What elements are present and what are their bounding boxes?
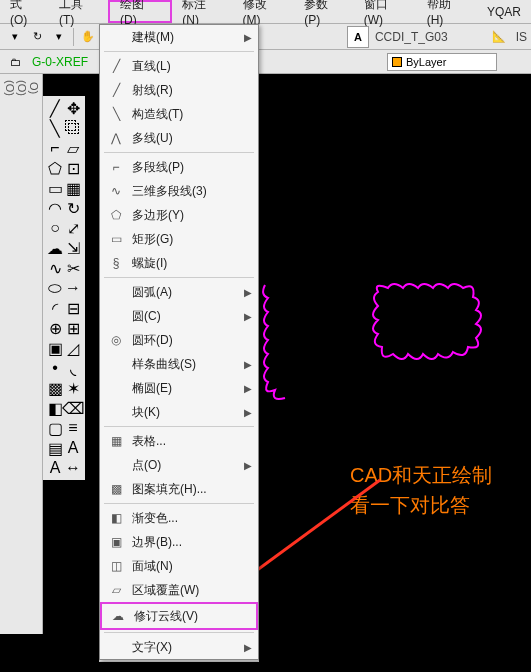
menu-format[interactable]: 式(O): [0, 0, 49, 23]
layer-name: ByLayer: [406, 56, 446, 68]
mline-icon: ⋀: [106, 131, 126, 145]
far-left-palette: (O) (O) O): [0, 74, 43, 634]
menu-table[interactable]: ▦表格...: [100, 429, 258, 453]
menu-arc[interactable]: 圆弧(A)▶: [100, 280, 258, 304]
menu-boundary[interactable]: ▣边界(B)...: [100, 530, 258, 554]
lt-line-icon[interactable]: ╱: [46, 98, 64, 118]
menu-gradient[interactable]: ◧渐变色...: [100, 506, 258, 530]
fl-item-3[interactable]: O): [28, 82, 40, 94]
lt-ellipse-icon[interactable]: ⬭: [46, 278, 64, 298]
menu-yqar[interactable]: YQAR: [477, 0, 531, 23]
text-style-icon[interactable]: A: [347, 26, 369, 48]
table-icon: ▦: [106, 434, 126, 448]
menu-region[interactable]: ◫面域(N): [100, 554, 258, 578]
lt-move-icon[interactable]: ✥: [64, 98, 82, 118]
menu-xline[interactable]: ╲构造线(T): [100, 102, 258, 126]
lt-join-icon[interactable]: ⊞: [64, 318, 82, 338]
layer-combo[interactable]: ByLayer: [387, 53, 497, 71]
redo-icon[interactable]: ↻: [26, 26, 48, 48]
pline-icon: ⌐: [106, 160, 126, 174]
undo-dropdown-icon[interactable]: ▾: [4, 26, 26, 48]
draw-menu-dropdown: 建模(M)▶ ╱直线(L) ╱射线(R) ╲构造线(T) ⋀多线(U) ⌐多段线…: [99, 24, 259, 660]
lt-rotate-icon[interactable]: ↻: [64, 198, 82, 218]
pan-icon[interactable]: ✋: [77, 26, 99, 48]
lt-offset-icon[interactable]: ⊡: [64, 158, 82, 178]
lt-props-icon[interactable]: ≡: [64, 418, 82, 438]
menu-modify[interactable]: 修改(M): [233, 0, 295, 23]
lt-erase-icon[interactable]: ⌫: [64, 398, 82, 418]
annot-line1: CAD和天正绘制: [350, 460, 492, 490]
menu-tools[interactable]: 工具(T): [49, 0, 108, 23]
isometric-icon[interactable]: 📐: [488, 26, 510, 48]
menu-spline[interactable]: 样条曲线(S)▶: [100, 352, 258, 376]
menu-wipeout[interactable]: ▱区域覆盖(W): [100, 578, 258, 602]
3dpoly-icon: ∿: [106, 184, 126, 198]
menu-donut[interactable]: ◎圆环(D): [100, 328, 258, 352]
iso-label: IS: [516, 30, 527, 44]
lt-xline-icon[interactable]: ╲: [46, 118, 64, 138]
revcloud-icon: ☁: [108, 609, 128, 623]
wipeout-icon: ▱: [106, 583, 126, 597]
menu-revcloud[interactable]: ☁修订云线(V): [100, 602, 258, 630]
region-icon: ◫: [106, 559, 126, 573]
menu-rectangle[interactable]: ▭矩形(G): [100, 227, 258, 251]
menu-circle[interactable]: 圆(C)▶: [100, 304, 258, 328]
lt-scale-icon[interactable]: ⤢: [64, 218, 82, 238]
lt-arc-icon[interactable]: ◠: [46, 198, 64, 218]
menu-point[interactable]: 点(O)▶: [100, 453, 258, 477]
lt-mtext-icon[interactable]: A: [46, 458, 64, 478]
xref-label: G-0-XREF: [32, 55, 88, 69]
lt-trim-icon[interactable]: ✂: [64, 258, 82, 278]
lt-revcloud-icon[interactable]: ☁: [46, 238, 64, 258]
layer-toggle-icon[interactable]: 🗀: [4, 51, 26, 73]
lt-explode-icon[interactable]: ✶: [64, 378, 82, 398]
boundary-icon: ▣: [106, 535, 126, 549]
menu-hatch[interactable]: ▩图案填充(H)...: [100, 477, 258, 501]
lt-dim-icon[interactable]: ↔: [64, 458, 82, 478]
lt-break-icon[interactable]: ⊟: [64, 298, 82, 318]
lt-mirror-icon[interactable]: ▱: [64, 138, 82, 158]
menu-text[interactable]: 文字(X)▶: [100, 635, 258, 659]
lt-pline-icon[interactable]: ⌐: [46, 138, 64, 158]
lt-fillet-icon[interactable]: ◟: [64, 358, 82, 378]
lt-stretch-icon[interactable]: ⇲: [64, 238, 82, 258]
menu-mline[interactable]: ⋀多线(U): [100, 126, 258, 150]
menu-helix[interactable]: §螺旋(I): [100, 251, 258, 275]
lt-array-icon[interactable]: ▦: [64, 178, 82, 198]
lt-copy-icon[interactable]: ⿻: [64, 118, 82, 138]
lt-extend-icon[interactable]: →: [64, 278, 82, 298]
annot-line2: 看一下对比答: [350, 490, 492, 520]
lt-polygon-icon[interactable]: ⬠: [46, 158, 64, 178]
fl-item-1[interactable]: (O): [4, 80, 16, 96]
lt-ellipsearc-icon[interactable]: ◜: [46, 298, 64, 318]
menu-help[interactable]: 帮助(H): [417, 0, 477, 23]
lt-circle-icon[interactable]: ○: [46, 218, 64, 238]
polygon-icon: ⬠: [106, 208, 126, 222]
lt-point-icon[interactable]: •: [46, 358, 64, 378]
lt-text-icon[interactable]: A: [64, 438, 82, 458]
lt-insert-icon[interactable]: ⊕: [46, 318, 64, 338]
lt-spline-icon[interactable]: ∿: [46, 258, 64, 278]
menu-draw[interactable]: 绘图(D): [108, 0, 172, 23]
toolbar-1: ▾ ↻ ▾ ✋ 🔍 A CCDI_T_G03 📐 IS: [0, 24, 531, 50]
menu-block[interactable]: 块(K)▶: [100, 400, 258, 424]
menu-parametric[interactable]: 参数(P): [294, 0, 354, 23]
lt-rect-icon[interactable]: ▭: [46, 178, 64, 198]
menu-ellipse[interactable]: 椭圆(E)▶: [100, 376, 258, 400]
lt-table-icon[interactable]: ▤: [46, 438, 64, 458]
redo-dropdown-icon[interactable]: ▾: [48, 26, 70, 48]
lt-block-icon[interactable]: ▣: [46, 338, 64, 358]
menu-ray[interactable]: ╱射线(R): [100, 78, 258, 102]
menu-dimension[interactable]: 标注(N): [172, 0, 232, 23]
menu-line[interactable]: ╱直线(L): [100, 54, 258, 78]
lt-region-icon[interactable]: ▢: [46, 418, 64, 438]
layer-color-swatch: [392, 57, 402, 67]
menu-pline[interactable]: ⌐多段线(P): [100, 155, 258, 179]
menu-3dpoly[interactable]: ∿三维多段线(3): [100, 179, 258, 203]
fl-item-2[interactable]: (O): [16, 80, 28, 96]
lt-chamfer-icon[interactable]: ◿: [64, 338, 82, 358]
menu-modeling[interactable]: 建模(M)▶: [100, 25, 258, 49]
lt-hatch-icon[interactable]: ▩: [46, 378, 64, 398]
menu-window[interactable]: 窗口(W): [354, 0, 417, 23]
menu-polygon[interactable]: ⬠多边形(Y): [100, 203, 258, 227]
